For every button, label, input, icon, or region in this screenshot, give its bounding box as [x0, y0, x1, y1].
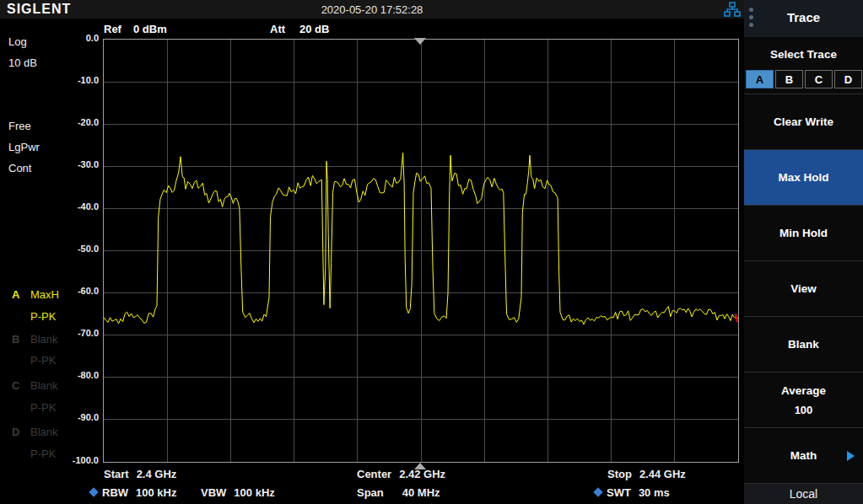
top-status-bar: SIGLENT 2020-05-20 17:52:28 — [0, 0, 744, 19]
trace-d-letter: D — [12, 426, 19, 438]
swt-readout: SWT30 ms — [607, 486, 670, 499]
rbw-label: RBW — [102, 486, 128, 499]
start-frequency-readout: Start2.4 GHz — [104, 468, 176, 480]
menu-item-clear-write[interactable]: Clear Write — [744, 94, 863, 149]
power-mode-label: LgPwr — [8, 141, 40, 153]
center-frequency-readout: Center2.42 GHz — [357, 468, 445, 480]
trace-d-mode: Blank — [30, 426, 58, 438]
average-count-value: 100 — [795, 404, 813, 416]
menu-header[interactable]: Trace — [744, 0, 863, 37]
vbw-label: VBW — [201, 486, 226, 499]
lan-network-icon — [724, 2, 741, 17]
softkey-menu-panel: Trace Select Trace A B C D Clear Write M… — [744, 0, 863, 504]
menu-item-blank[interactable]: Blank — [744, 316, 863, 372]
y-tick-8: -80.0 — [63, 370, 99, 380]
att-label: Att — [270, 23, 285, 35]
menu-item-max-hold[interactable]: Max Hold — [744, 149, 863, 205]
span-label: Span — [357, 486, 384, 499]
y-tick-1: -10.0 — [63, 75, 99, 85]
trace-b-letter: B — [12, 333, 19, 346]
start-label: Start — [104, 468, 129, 480]
trace-button-b[interactable]: B — [775, 70, 803, 88]
center-label: Center — [357, 468, 391, 480]
trace-b-detector: P-PK — [30, 354, 56, 367]
y-tick-4: -40.0 — [63, 201, 99, 212]
menu-item-math[interactable]: Math — [744, 427, 863, 483]
y-tick-2: -20.0 — [63, 117, 99, 127]
center-frequency-marker-top — [414, 38, 426, 45]
center-value: 2.42 GHz — [399, 468, 445, 480]
rbw-readout: RBW100 kHz — [102, 486, 176, 499]
menu-item-min-hold[interactable]: Min Hold — [744, 205, 863, 260]
span-value: 40 MHz — [402, 486, 440, 499]
y-tick-6: -60.0 — [63, 286, 99, 296]
sweep-mode-label: Cont — [8, 162, 31, 174]
ref-label: Ref — [104, 23, 121, 35]
trace-button-c[interactable]: C — [805, 70, 833, 88]
att-value: 20 dB — [299, 23, 329, 35]
trace-a-detector: P-PK — [30, 310, 56, 323]
trigger-mode-label: Free — [8, 120, 31, 132]
vbw-value: 100 kHz — [234, 486, 274, 499]
ref-value: 0 dBm — [133, 23, 167, 35]
scale-per-div-label: 10 dB — [8, 56, 37, 69]
menu-title: Trace — [744, 10, 863, 24]
y-tick-9: -90.0 — [63, 412, 99, 422]
trace-b-mode: Blank — [30, 333, 58, 346]
spectrum-trace-svg — [104, 40, 738, 462]
swt-value: 30 ms — [639, 486, 670, 499]
y-tick-5: -50.0 — [63, 244, 99, 254]
trace-d-detector: P-PK — [30, 448, 56, 460]
trace-a-letter: A — [12, 288, 19, 301]
start-value: 2.4 GHz — [137, 468, 177, 480]
menu-item-average[interactable]: Average 100 — [744, 372, 863, 427]
swt-coupled-diamond-icon — [593, 487, 602, 496]
trace-c-detector: P-PK — [30, 401, 56, 414]
y-tick-3: -30.0 — [63, 159, 99, 169]
spectrum-display-grid[interactable] — [103, 39, 739, 463]
stop-label: Stop — [607, 468, 632, 480]
vbw-readout: VBW100 kHz — [201, 486, 275, 499]
trace-c-letter: C — [12, 379, 19, 392]
select-trace-section: Select Trace A B C D — [744, 37, 863, 94]
swt-label: SWT — [607, 486, 631, 499]
trace-button-row: A B C D — [746, 70, 862, 88]
trace-c-mode: Blank — [30, 379, 58, 392]
y-tick-0: 0.0 — [63, 33, 99, 43]
stop-frequency-readout: Stop2.44 GHz — [607, 468, 686, 480]
trace-button-a[interactable]: A — [746, 70, 774, 88]
scale-type-label: Log — [8, 35, 27, 48]
span-readout: Span40 MHz — [357, 486, 440, 499]
menu-item-view[interactable]: View — [744, 260, 863, 316]
trace-a-mode: MaxH — [30, 288, 59, 301]
y-tick-7: -70.0 — [63, 328, 99, 338]
stop-value: 2.44 GHz — [639, 468, 686, 480]
rbw-coupled-diamond-icon — [89, 487, 98, 496]
select-trace-label: Select Trace — [744, 48, 863, 61]
datetime-readout: 2020-05-20 17:52:28 — [0, 3, 744, 16]
trace-button-d[interactable]: D — [834, 70, 862, 88]
y-tick-10: -100.0 — [63, 455, 99, 465]
spectrum-analyzer-screen: SIGLENT 2020-05-20 17:52:28 Log 10 dB Fr… — [0, 0, 863, 504]
submenu-arrow-icon — [847, 451, 855, 461]
local-button[interactable]: Local — [744, 483, 863, 504]
rbw-value: 100 kHz — [136, 486, 176, 499]
